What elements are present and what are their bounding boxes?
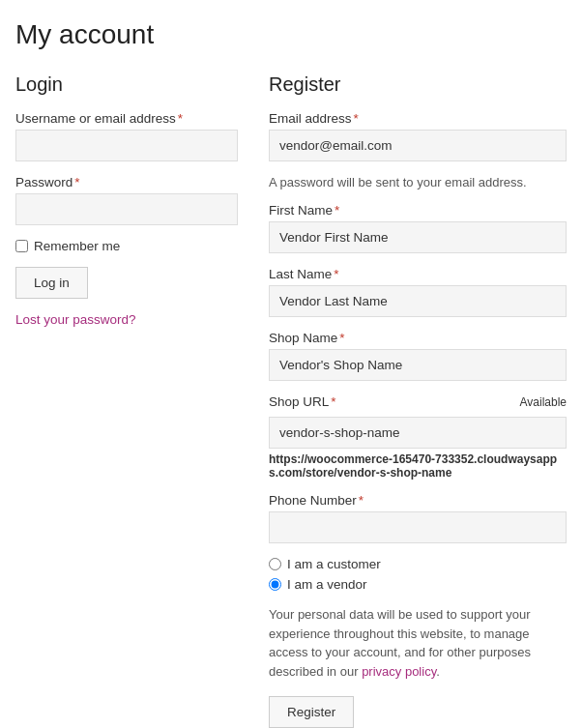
shop-url-input[interactable] [269,417,567,449]
last-name-field-group: Last Name* [269,267,567,317]
last-name-input[interactable] [269,285,567,317]
shop-url-slug: vendor-s-shop-name [337,466,452,480]
first-name-field-group: First Name* [269,203,567,253]
shop-name-input[interactable] [269,349,567,381]
email-label: Email address* [269,111,567,126]
phone-field-group: Phone Number* [269,493,567,543]
privacy-note: Your personal data will be used to suppo… [269,605,567,681]
email-field-group: Email address* [269,111,567,161]
vendor-radio-label: I am a vendor [287,577,367,592]
username-label: Username or email address* [15,111,238,126]
vendor-radio[interactable] [269,578,281,591]
customer-radio-label: I am a customer [287,557,381,571]
shop-url-preview: https://woocommerce-165470-733352.cloudw… [269,452,567,480]
shop-name-label: Shop Name* [269,331,567,345]
password-label: Password* [15,175,238,189]
login-heading: Login [15,73,238,96]
lost-password-link[interactable]: Lost your password? [15,312,238,327]
vendor-radio-row: I am a vendor [269,577,567,592]
username-field-group: Username or email address* [15,111,238,161]
first-name-required: * [335,203,339,218]
username-input[interactable] [15,130,238,161]
email-input[interactable] [269,130,567,161]
first-name-label: First Name* [269,203,567,218]
shop-url-available-badge: Available [520,395,567,409]
role-radio-group: I am a customer I am a vendor [269,557,567,592]
shop-url-field-group: Shop URL* Available https://woocommerce-… [269,394,567,480]
register-heading: Register [269,73,567,96]
login-button[interactable]: Log in [15,267,88,299]
privacy-policy-link[interactable]: privacy policy [362,664,436,679]
email-note: A password will be sent to your email ad… [269,175,567,189]
shop-name-required: * [339,331,344,345]
last-name-required: * [334,267,338,281]
shop-url-required: * [331,394,335,409]
password-input[interactable] [15,193,238,225]
remember-label: Remember me [34,239,120,253]
phone-required: * [359,493,364,508]
shop-name-field-group: Shop Name* [269,331,567,381]
remember-me-row: Remember me [15,239,238,253]
phone-input[interactable] [269,511,567,543]
password-field-group: Password* [15,175,238,225]
first-name-input[interactable] [269,221,567,253]
customer-radio[interactable] [269,558,281,570]
phone-label: Phone Number* [269,493,567,508]
remember-checkbox[interactable] [15,240,28,252]
shop-url-label: Shop URL* [269,394,336,409]
password-required: * [74,175,79,189]
email-required: * [354,111,359,126]
username-required: * [178,111,183,126]
login-section: Login Username or email address* Passwor… [15,73,238,327]
register-section: Register Email address* A password will … [269,73,567,728]
page-title: My account [15,19,567,50]
customer-radio-row: I am a customer [269,557,567,571]
last-name-label: Last Name* [269,267,567,281]
register-button[interactable]: Register [269,696,354,728]
